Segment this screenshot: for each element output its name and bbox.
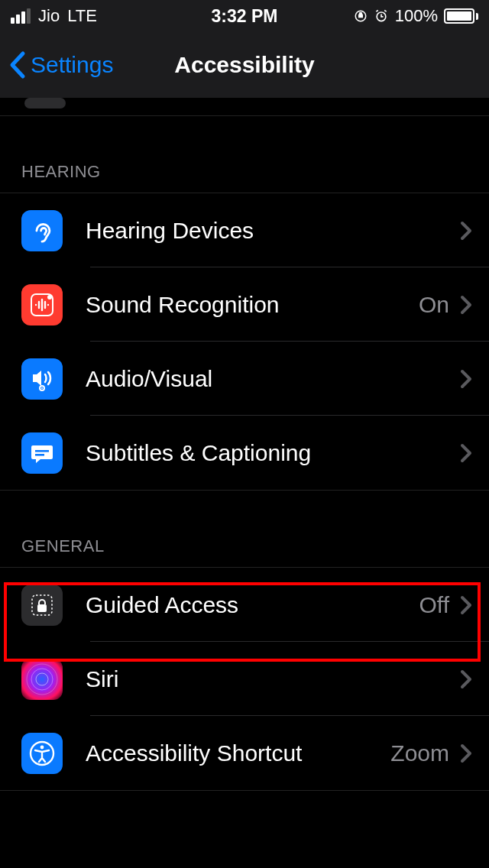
section-header-general: GENERAL xyxy=(0,491,489,567)
section-header-hearing: HEARING xyxy=(0,116,489,193)
row-guided-access[interactable]: Guided Access Off xyxy=(0,568,489,642)
row-label: Accessibility Shortcut xyxy=(86,740,390,766)
row-label: Hearing Devices xyxy=(86,218,460,244)
group-general: Guided Access Off Siri Accessibility Sho… xyxy=(0,567,489,791)
clock: 3:32 PM xyxy=(167,6,322,27)
row-value: Zoom xyxy=(390,740,449,766)
back-button[interactable]: Settings xyxy=(0,50,113,79)
subtitles-icon xyxy=(21,432,63,474)
svg-rect-7 xyxy=(35,454,44,456)
svg-point-5 xyxy=(41,387,43,389)
row-value: On xyxy=(419,292,449,318)
row-value: Off xyxy=(419,592,449,618)
chevron-left-icon xyxy=(8,50,26,79)
chevron-right-icon xyxy=(460,221,472,241)
row-accessibility-shortcut[interactable]: Accessibility Shortcut Zoom xyxy=(0,716,489,790)
orientation-lock-icon xyxy=(354,9,368,23)
svg-point-3 xyxy=(47,295,52,300)
chevron-right-icon xyxy=(460,669,472,689)
row-siri[interactable]: Siri xyxy=(0,642,489,716)
chevron-right-icon xyxy=(460,743,472,763)
row-label: Subtitles & Captioning xyxy=(86,440,460,466)
chevron-right-icon xyxy=(460,295,472,315)
alarm-icon xyxy=(374,8,389,24)
svg-point-14 xyxy=(40,745,44,749)
svg-rect-6 xyxy=(35,450,49,452)
audio-visual-icon xyxy=(21,358,63,400)
row-subtitles-captioning[interactable]: Subtitles & Captioning xyxy=(0,416,489,490)
group-hearing: Hearing Devices Sound Recognition On Aud… xyxy=(0,193,489,491)
sound-recognition-icon xyxy=(21,284,63,326)
row-label: Audio/Visual xyxy=(86,366,460,392)
chevron-right-icon xyxy=(460,443,472,463)
back-label: Settings xyxy=(31,52,113,78)
row-hearing-devices[interactable]: Hearing Devices xyxy=(0,193,489,267)
svg-point-12 xyxy=(36,673,48,685)
svg-rect-9 xyxy=(37,604,47,612)
battery-icon xyxy=(444,8,478,24)
ear-icon xyxy=(21,210,63,251)
row-audio-visual[interactable]: Audio/Visual xyxy=(0,342,489,416)
carrier-label: Jio xyxy=(38,6,60,26)
chevron-right-icon xyxy=(460,369,472,389)
network-label: LTE xyxy=(67,6,97,26)
row-sound-recognition[interactable]: Sound Recognition On xyxy=(0,267,489,342)
chevron-right-icon xyxy=(460,595,472,615)
siri-icon xyxy=(21,659,63,700)
partial-row-fragment xyxy=(0,98,489,116)
battery-percent: 100% xyxy=(395,6,438,26)
accessibility-icon xyxy=(21,733,63,774)
cellular-signal-icon xyxy=(11,8,31,24)
status-bar: Jio LTE 3:32 PM 100% xyxy=(0,0,489,32)
guided-access-icon xyxy=(21,585,63,626)
row-label: Siri xyxy=(86,666,460,692)
row-label: Guided Access xyxy=(86,592,419,618)
nav-bar: Settings Accessibility xyxy=(0,32,489,98)
row-label: Sound Recognition xyxy=(86,292,419,318)
svg-point-11 xyxy=(31,669,53,690)
